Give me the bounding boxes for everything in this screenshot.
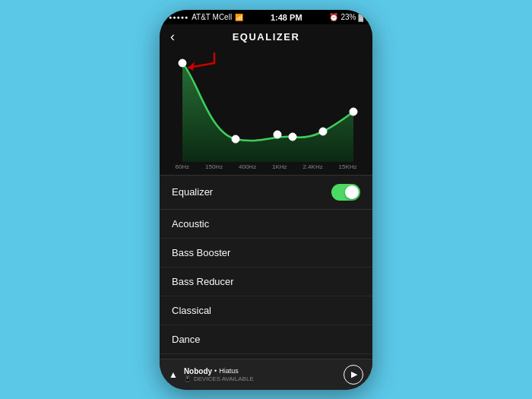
- equalizer-toggle-row: Equalizer: [160, 176, 372, 209]
- equalizer-label: Equalizer: [172, 186, 213, 198]
- freq-1khz: 1KHz: [272, 163, 287, 170]
- app-header: ‹ EQUALIZER: [160, 24, 372, 49]
- status-time: 1:48 PM: [271, 13, 302, 22]
- devices-label: DEVICES AVAILABLE: [194, 375, 254, 382]
- freq-2khz: 2.4KHz: [302, 163, 322, 170]
- preset-dance[interactable]: Dance: [160, 325, 372, 354]
- equalizer-toggle[interactable]: [331, 184, 360, 201]
- wifi-icon: 📶: [235, 14, 243, 21]
- player-bar: ▲ Nobody • Hiatus 📱 DEVICES AVAILABLE ▶: [160, 359, 372, 390]
- freq-labels: 60Hz 150Hz 400Hz 1KHz 2.4KHz 15KHz: [160, 162, 372, 175]
- carrier-label: AT&T MCell: [192, 13, 232, 21]
- player-separator: •: [214, 367, 217, 375]
- preset-acoustic[interactable]: Acoustic: [160, 210, 372, 239]
- back-button[interactable]: ‹: [170, 29, 175, 45]
- svg-marker-7: [188, 62, 195, 71]
- player-info: Nobody • Hiatus 📱 DEVICES AVAILABLE: [184, 367, 254, 382]
- player-artist-name: Hiatus: [219, 367, 239, 375]
- alarm-icon: ⏰: [329, 13, 338, 21]
- devices-icon: 📱: [184, 375, 192, 382]
- preset-classical[interactable]: Classical: [160, 296, 372, 325]
- player-chevron-icon: ▲: [169, 369, 178, 380]
- player-left: ▲ Nobody • Hiatus 📱 DEVICES AVAILABLE: [169, 367, 254, 382]
- preset-list: Acoustic Bass Booster Bass Reducer Class…: [160, 210, 372, 359]
- player-track-name: Nobody: [184, 367, 212, 375]
- preset-bass-booster[interactable]: Bass Booster: [160, 239, 372, 268]
- page-title: EQUALIZER: [160, 31, 372, 43]
- svg-point-2: [274, 131, 281, 138]
- freq-150hz: 150Hz: [205, 163, 223, 170]
- svg-point-4: [319, 128, 327, 135]
- freq-400hz: 400Hz: [239, 163, 256, 170]
- battery-icon: ▓: [358, 14, 363, 21]
- svg-point-1: [232, 135, 239, 143]
- preset-bass-reducer[interactable]: Bass Reducer: [160, 268, 372, 296]
- svg-point-0: [179, 59, 186, 67]
- battery-label: 23%: [340, 13, 356, 21]
- play-icon: ▶: [351, 369, 357, 379]
- signal-dots: ●●●●●: [169, 14, 188, 20]
- freq-15khz: 15KHz: [339, 163, 357, 170]
- eq-curve-svg: [160, 49, 372, 162]
- player-devices-row: 📱 DEVICES AVAILABLE: [184, 375, 254, 382]
- play-button[interactable]: ▶: [344, 365, 363, 385]
- status-bar: ●●●●● AT&T MCell 📶 1:48 PM ⏰ 23% ▓: [160, 10, 372, 24]
- toggle-knob: [345, 185, 359, 199]
- svg-point-5: [350, 108, 357, 116]
- phone-container: ●●●●● AT&T MCell 📶 1:48 PM ⏰ 23% ▓ ‹ EQU…: [160, 10, 372, 390]
- svg-point-3: [289, 133, 296, 141]
- freq-60hz: 60Hz: [175, 163, 189, 170]
- status-left: ●●●●● AT&T MCell 📶: [169, 13, 243, 21]
- eq-graph: [160, 49, 372, 162]
- status-right: ⏰ 23% ▓: [329, 13, 363, 21]
